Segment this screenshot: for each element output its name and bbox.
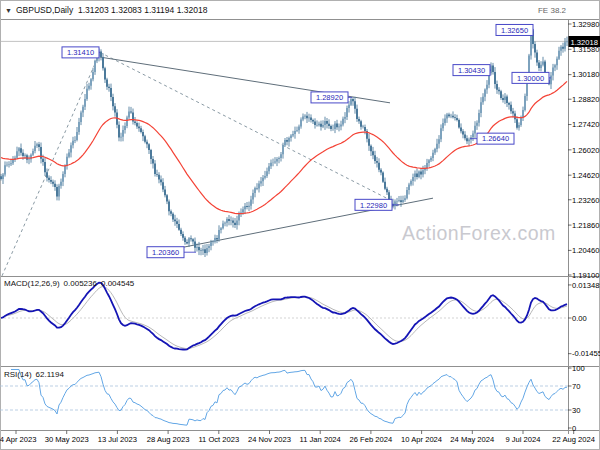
y-axis-label: 1.19100	[572, 271, 599, 280]
rsi-axis-label: 100	[572, 364, 585, 373]
x-axis-label: 9 Jul 2024	[505, 435, 540, 444]
chart-collapse-icon[interactable]: ▼	[5, 7, 12, 14]
annotation-price-label: 1.30000	[517, 74, 544, 83]
x-axis-label: 24 Nov 2023	[248, 435, 291, 444]
annotation-price-label: 1.26640	[482, 134, 509, 143]
macd-signal-value: 0.004545	[101, 279, 135, 288]
macd-name: MACD(12,26,9)	[4, 279, 60, 288]
rsi-axis-label: 70	[572, 382, 580, 391]
fib-extension-label: FE 38.2	[538, 6, 567, 15]
y-axis-label: 1.32980	[572, 20, 599, 29]
annotation-price-label: 1.30430	[458, 66, 485, 75]
x-axis-label: 10 Apr 2024	[401, 435, 442, 444]
y-axis-label: 1.27420	[572, 120, 599, 129]
y-axis-label: 1.30180	[572, 70, 599, 79]
y-axis-label: 1.24620	[572, 171, 599, 180]
macd-axis-label: 0.00	[572, 314, 587, 323]
y-axis-label: 1.23260	[572, 196, 599, 205]
x-axis-label: 14 Apr 2023	[0, 435, 36, 444]
annotation-price-label: 1.22980	[360, 201, 387, 210]
rsi-value: 62.1194	[36, 370, 65, 379]
annotation-price-label: 1.32650	[501, 26, 528, 35]
current-price-value: 1.32018	[571, 38, 598, 47]
x-axis-label: 28 Aug 2023	[147, 435, 190, 444]
y-axis-label: 1.28820	[572, 95, 599, 104]
annotation-price-label: 1.31410	[67, 48, 94, 57]
ohlc-values: 1.31203 1.32083 1.31194 1.32018	[78, 5, 208, 15]
x-axis-label: 11 Jan 2024	[300, 435, 341, 444]
rsi-name: RSI(14)	[4, 370, 32, 379]
rsi-axis-label: 0	[572, 424, 576, 433]
y-axis-label: 1.26020	[572, 146, 599, 155]
chart-window: ▼ GBPUSD,Daily 1.31203 1.32083 1.31194 1…	[0, 0, 600, 450]
annotation-price-label: 1.20360	[152, 248, 179, 257]
x-axis-label: 11 Oct 2023	[198, 435, 239, 444]
macd-axis-label: 0.013489	[572, 281, 600, 290]
x-axis-label: 26 Feb 2024	[350, 435, 393, 444]
x-axis-label: 13 Jul 2023	[98, 435, 137, 444]
macd-label: MACD(12,26,9)0.0052360.004545	[4, 279, 135, 288]
rsi-axis-label: 30	[572, 406, 580, 415]
macd-value: 0.005236	[64, 279, 98, 288]
x-axis-label: 24 May 2024	[450, 435, 494, 444]
y-axis-label: 1.21860	[572, 221, 599, 230]
x-axis-label: 22 Aug 2024	[552, 435, 595, 444]
y-axis-label: 1.20460	[572, 246, 599, 255]
macd-axis-label: -0.014554	[572, 349, 600, 358]
symbol-title: GBPUSD,Daily	[16, 5, 74, 15]
watermark: ActionForex.com	[402, 222, 556, 244]
annotation-price-label: 1.28920	[316, 93, 343, 102]
x-axis-label: 30 May 2023	[45, 435, 89, 444]
price-chart: ▼ GBPUSD,Daily 1.31203 1.32083 1.31194 1…	[0, 0, 600, 450]
